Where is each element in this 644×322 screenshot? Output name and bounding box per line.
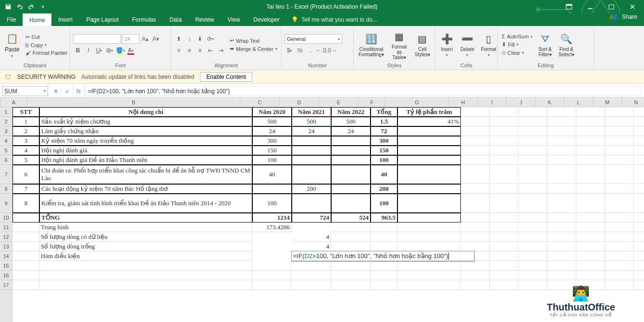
cell-G10[interactable]: [397, 213, 461, 223]
number-format-select[interactable]: General▾: [285, 34, 342, 44]
cell-F16[interactable]: [371, 271, 397, 280]
cell-E6[interactable]: [331, 155, 371, 165]
cell-E9[interactable]: [331, 194, 371, 213]
font-color-icon[interactable]: A▾: [126, 46, 136, 55]
cell-D17[interactable]: [292, 280, 331, 290]
cell-A5[interactable]: 4: [12, 146, 39, 155]
cell-G17[interactable]: [397, 280, 461, 290]
cell-N14[interactable]: [634, 251, 644, 261]
col-header-M[interactable]: M: [593, 98, 622, 107]
cell-D12[interactable]: 4: [292, 232, 331, 242]
cell-H12[interactable]: [461, 232, 490, 242]
cell-C9[interactable]: 100: [252, 194, 292, 213]
cell-A14[interactable]: [12, 251, 39, 261]
cell-L7[interactable]: [576, 165, 605, 184]
tab-file[interactable]: File: [0, 13, 23, 26]
cell-F7[interactable]: 40: [371, 165, 397, 184]
cell-G12[interactable]: [397, 232, 461, 242]
cell-A15[interactable]: [12, 261, 39, 271]
cell-L11[interactable]: [576, 223, 605, 232]
cell-L8[interactable]: [576, 184, 605, 194]
cell-H4[interactable]: [461, 136, 490, 146]
cell-B5[interactable]: Hội nghị đánh giá: [39, 146, 252, 155]
delete-cells-button[interactable]: ➖Delete▾: [458, 31, 476, 58]
fill-button[interactable]: ⬇Fill▾: [501, 41, 533, 48]
cell-L4[interactable]: [576, 136, 605, 146]
tab-formulas[interactable]: Formulas: [125, 13, 163, 26]
copy-button[interactable]: ⎘Copy▾: [25, 42, 69, 49]
cell-E13[interactable]: [331, 242, 371, 251]
cell-N13[interactable]: [634, 242, 644, 251]
col-header-N[interactable]: N: [622, 98, 644, 107]
tab-insert[interactable]: Insert: [51, 13, 79, 26]
cell-A4[interactable]: 3: [12, 136, 39, 146]
tab-view[interactable]: View: [221, 13, 247, 26]
cell-F1[interactable]: Tổng: [371, 107, 397, 117]
cell-D3[interactable]: 24: [292, 126, 331, 136]
cell-B7[interactable]: Chi đoàn ra: Phối hợp triển khai công tá…: [39, 165, 252, 184]
cell-N5[interactable]: [634, 146, 644, 155]
cell-H2[interactable]: [461, 117, 490, 126]
accounting-format-icon[interactable]: $▾: [285, 46, 294, 55]
cell-H15[interactable]: [461, 261, 490, 271]
cell-B15[interactable]: [39, 261, 252, 271]
align-bottom-icon[interactable]: ⬇: [195, 34, 205, 44]
cell-H9[interactable]: [461, 194, 490, 213]
cell-E2[interactable]: 500: [331, 117, 371, 126]
cell-I1[interactable]: [490, 107, 519, 117]
cell-N11[interactable]: [634, 223, 644, 232]
redo-icon[interactable]: [26, 1, 37, 12]
cell-K6[interactable]: [547, 155, 576, 165]
cell-A12[interactable]: [12, 232, 39, 242]
cell-C8[interactable]: [252, 184, 292, 194]
cell-F6[interactable]: 100: [371, 155, 397, 165]
col-header-G[interactable]: G: [385, 98, 449, 107]
cell-L12[interactable]: [576, 232, 605, 242]
cell-G9[interactable]: [397, 194, 461, 213]
cell-G3[interactable]: [397, 126, 461, 136]
cell-F8[interactable]: 200: [371, 184, 397, 194]
cell-F5[interactable]: 150: [371, 146, 397, 155]
cell-L5[interactable]: [576, 146, 605, 155]
align-top-icon[interactable]: ⬆: [174, 34, 184, 44]
row-header-13[interactable]: 13: [0, 242, 12, 251]
col-header-F[interactable]: F: [359, 98, 385, 107]
cell-M1[interactable]: [605, 107, 634, 117]
align-middle-icon[interactable]: ↕: [185, 34, 194, 44]
cell-N9[interactable]: [634, 194, 644, 213]
cell-K15[interactable]: [547, 261, 576, 271]
row-header-16[interactable]: 16: [0, 271, 12, 280]
cell-C2[interactable]: 500: [252, 117, 292, 126]
cell-I17[interactable]: [490, 280, 519, 290]
cell-F11[interactable]: [371, 223, 397, 232]
cell-C17[interactable]: [252, 280, 292, 290]
cell-I13[interactable]: [490, 242, 519, 251]
col-header-E[interactable]: E: [319, 98, 359, 107]
cell-N6[interactable]: [634, 155, 644, 165]
conditional-formatting-button[interactable]: 🔢ConditionalFormatting▾: [357, 31, 386, 58]
cell-G11[interactable]: [397, 223, 461, 232]
cell-A10[interactable]: [12, 213, 39, 223]
cell-J6[interactable]: [519, 155, 547, 165]
align-right-icon[interactable]: ≡: [195, 46, 205, 55]
cell-C4[interactable]: 300: [252, 136, 292, 146]
cell-area[interactable]: STTNội dung chiNăm 2020Năm 2021Năm 2022T…: [12, 107, 644, 322]
tell-me-search[interactable]: 💡Tell me what you want to do...: [286, 13, 382, 26]
insert-cells-button[interactable]: ➕Insert▾: [438, 31, 456, 58]
cell-D5[interactable]: [292, 146, 331, 155]
cell-E17[interactable]: [331, 280, 371, 290]
cell-N7[interactable]: [634, 165, 644, 184]
close-icon[interactable]: [623, 1, 642, 12]
cell-A17[interactable]: [12, 280, 39, 290]
cell-K5[interactable]: [547, 146, 576, 155]
cell-F3[interactable]: 72: [371, 126, 397, 136]
cell-I5[interactable]: [490, 146, 519, 155]
cell-C5[interactable]: 150: [252, 146, 292, 155]
cell-N10[interactable]: [634, 213, 644, 223]
cell-I16[interactable]: [490, 271, 519, 280]
col-header-I[interactable]: I: [478, 98, 507, 107]
cell-M6[interactable]: [605, 155, 634, 165]
cell-K16[interactable]: [547, 271, 576, 280]
format-as-table-button[interactable]: ▦Format asTable▾: [389, 29, 410, 61]
cell-I11[interactable]: [490, 223, 519, 232]
